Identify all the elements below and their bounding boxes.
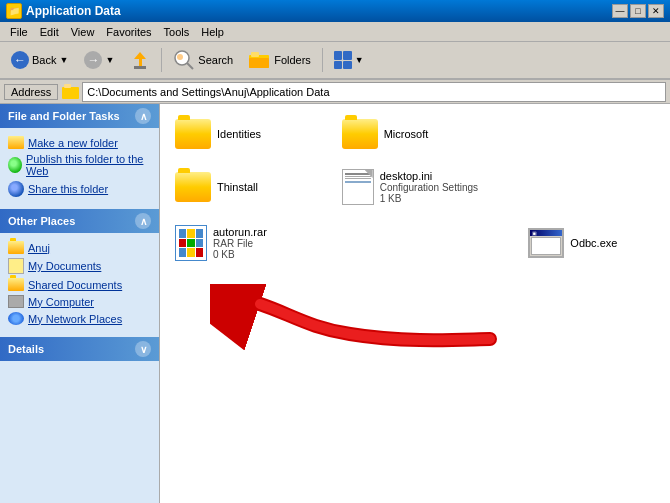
thinstall-label: Thinstall: [217, 181, 258, 193]
back-label: Back: [32, 54, 56, 66]
menu-favorites[interactable]: Favorites: [100, 25, 157, 39]
publish-icon: [8, 157, 22, 173]
sidebar-place-my-computer[interactable]: My Computer: [4, 293, 155, 310]
forward-dropdown-icon: ▼: [105, 55, 114, 65]
network-icon: [8, 312, 24, 325]
task-publish-label: Publish this folder to the Web: [26, 153, 151, 177]
rar-detail: RAR File0 KB: [213, 238, 267, 260]
window-title: Application Data: [26, 4, 612, 18]
rar-info: autorun.rar RAR File0 KB: [213, 226, 267, 260]
tasks-header-label: File and Folder Tasks: [8, 110, 120, 122]
details-collapse-icon: ∨: [135, 341, 151, 357]
menu-edit[interactable]: Edit: [34, 25, 65, 39]
file-desktop-ini[interactable]: desktop.ini Configuration Settings1 KB: [337, 164, 494, 210]
place-anuj-label: Anuj: [28, 242, 50, 254]
sidebar-task-publish[interactable]: Publish this folder to the Web: [4, 151, 155, 179]
task-share-label: Share this folder: [28, 183, 108, 195]
details-header[interactable]: Details ∨: [0, 337, 159, 361]
task-new-folder-label: Make a new folder: [28, 137, 118, 149]
menu-view[interactable]: View: [65, 25, 101, 39]
red-arrow-overlay: [210, 284, 510, 384]
search-icon: [173, 49, 195, 71]
desktop-ini-info: desktop.ini Configuration Settings1 KB: [380, 170, 478, 204]
desktop-ini-detail: Configuration Settings1 KB: [380, 182, 478, 204]
back-dropdown-icon: ▼: [59, 55, 68, 65]
view-dropdown-icon: ▼: [355, 55, 364, 65]
address-folder-icon: [62, 84, 80, 100]
menu-tools[interactable]: Tools: [158, 25, 196, 39]
tasks-content: Make a new folder Publish this folder to…: [0, 128, 159, 205]
menu-bar: File Edit View Favorites Tools Help: [0, 22, 670, 42]
menu-help[interactable]: Help: [195, 25, 230, 39]
exe-file-icon: ▣: [528, 228, 564, 258]
empty-cell-1: [503, 114, 660, 154]
folders-button[interactable]: Folders: [242, 45, 318, 75]
file-thinstall[interactable]: Thinstall: [170, 164, 327, 210]
svg-rect-9: [62, 87, 79, 99]
sidebar-task-share[interactable]: Share this folder: [4, 179, 155, 199]
back-arrow-icon: ←: [11, 51, 29, 69]
rar-label: autorun.rar: [213, 226, 267, 238]
address-input[interactable]: [82, 82, 666, 102]
sidebar-tasks-section: File and Folder Tasks ∧ Make a new folde…: [0, 104, 159, 205]
up-button[interactable]: [123, 45, 157, 75]
svg-rect-7: [249, 58, 269, 68]
forward-arrow-icon: →: [84, 51, 102, 69]
svg-point-5: [177, 54, 183, 60]
sidebar-places-section: Other Places ∧ Anuj My Documents Shared …: [0, 209, 159, 333]
odbc-exe-label: Odbc.exe: [570, 237, 617, 249]
sidebar-place-my-docs[interactable]: My Documents: [4, 256, 155, 276]
identities-folder-icon: [175, 119, 211, 149]
maximize-button[interactable]: □: [630, 4, 646, 18]
details-header-label: Details: [8, 343, 44, 355]
microsoft-label: Microsoft: [384, 128, 429, 140]
sidebar-task-new-folder[interactable]: Make a new folder: [4, 134, 155, 151]
grid-view-icon: [334, 51, 352, 69]
rar-file-icon: [175, 225, 207, 261]
identities-label: Identities: [217, 128, 261, 140]
shared-docs-icon: [8, 278, 24, 291]
sidebar-place-anuj[interactable]: Anuj: [4, 239, 155, 256]
computer-icon: [8, 295, 24, 308]
tasks-header[interactable]: File and Folder Tasks ∧: [0, 104, 159, 128]
svg-rect-10: [64, 84, 71, 88]
minimize-button[interactable]: —: [612, 4, 628, 18]
place-my-computer-label: My Computer: [28, 296, 94, 308]
desktop-ini-label: desktop.ini: [380, 170, 478, 182]
place-my-docs-label: My Documents: [28, 260, 101, 272]
svg-rect-8: [251, 52, 259, 57]
new-folder-icon: [8, 136, 24, 149]
view-button[interactable]: ▼: [327, 45, 371, 75]
sidebar-place-shared-docs[interactable]: Shared Documents: [4, 276, 155, 293]
file-autorun-rar[interactable]: autorun.rar RAR File0 KB: [170, 220, 327, 266]
search-label: Search: [198, 54, 233, 66]
svg-rect-2: [134, 66, 146, 69]
tasks-collapse-icon: ∧: [135, 108, 151, 124]
sidebar-place-network[interactable]: My Network Places: [4, 310, 155, 327]
title-bar: 📁 Application Data — □ ✕: [0, 0, 670, 22]
file-microsoft[interactable]: Microsoft: [337, 114, 494, 154]
places-header[interactable]: Other Places ∧: [0, 209, 159, 233]
main-layout: File and Folder Tasks ∧ Make a new folde…: [0, 104, 670, 503]
anuj-folder-icon: [8, 241, 24, 254]
up-arrow-icon: [130, 50, 150, 70]
back-button[interactable]: ← Back ▼: [4, 45, 75, 75]
menu-file[interactable]: File: [4, 25, 34, 39]
search-button[interactable]: Search: [166, 45, 240, 75]
separator-2: [322, 48, 323, 72]
address-bar: Address: [0, 80, 670, 104]
sidebar: File and Folder Tasks ∧ Make a new folde…: [0, 104, 160, 503]
empty-cell-2: [503, 164, 660, 210]
toolbar: ← Back ▼ → ▼ Search Folders: [0, 42, 670, 80]
places-collapse-icon: ∧: [135, 213, 151, 229]
file-identities[interactable]: Identities: [170, 114, 327, 154]
address-label: Address: [4, 84, 58, 100]
svg-marker-1: [134, 52, 146, 59]
file-area: Identities Microsoft Thinstall: [160, 104, 670, 503]
file-odbc-exe[interactable]: ▣ Odbc.exe: [523, 220, 660, 266]
folders-label: Folders: [274, 54, 311, 66]
window-icon: 📁: [6, 3, 22, 19]
my-docs-icon: [8, 258, 24, 274]
close-button[interactable]: ✕: [648, 4, 664, 18]
forward-button[interactable]: → ▼: [77, 45, 121, 75]
